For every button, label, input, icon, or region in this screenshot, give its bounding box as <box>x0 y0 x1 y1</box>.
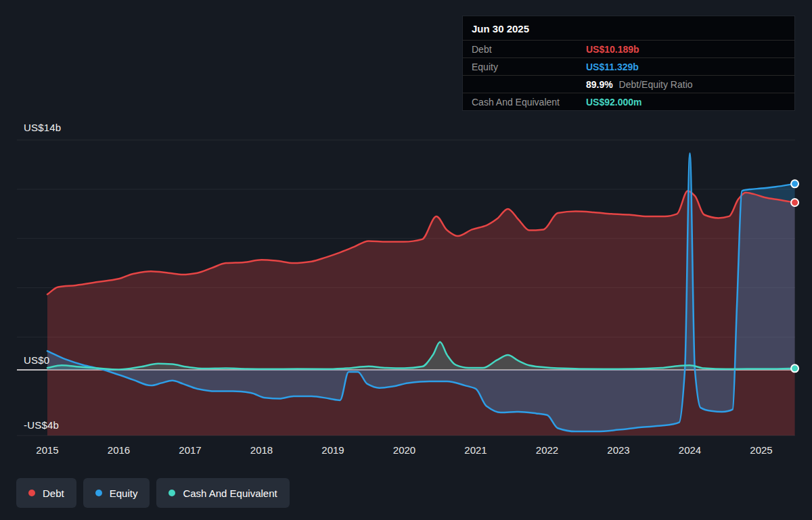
tooltip-value-ratio: 89.9% Debt/Equity Ratio <box>586 79 693 90</box>
x-axis: 2015201620172018201920202021202220232024… <box>0 444 812 459</box>
tooltip-label-cash: Cash And Equivalent <box>472 97 586 108</box>
endpoint-cash-and-equivalent[interactable] <box>791 364 798 372</box>
x-axis-label: 2025 <box>733 444 790 456</box>
tooltip-row-cash: Cash And Equivalent US$92.000m <box>463 93 794 110</box>
tooltip-value-cash: US$92.000m <box>586 97 642 108</box>
endpoint-equity[interactable] <box>791 180 798 187</box>
legend-label-equity: Equity <box>110 488 138 499</box>
debt-dot-icon <box>28 490 35 496</box>
legend-label-debt: Debt <box>43 488 64 499</box>
x-axis-label: 2019 <box>304 444 361 456</box>
y-axis-label-bottom: -US$4b <box>24 419 59 431</box>
x-axis-label: 2023 <box>590 444 647 456</box>
x-axis-label: 2016 <box>91 444 148 456</box>
legend-item-cash[interactable]: Cash And Equivalent <box>156 478 289 508</box>
chart-tooltip: Jun 30 2025 Debt US$10.189b Equity US$11… <box>462 16 795 111</box>
x-axis-label: 2015 <box>19 444 76 456</box>
x-axis-label: 2018 <box>233 444 290 456</box>
ratio-percent: 89.9% <box>586 79 613 90</box>
legend-label-cash: Cash And Equivalent <box>183 488 277 499</box>
debt-equity-history-chart: US$14b US$0 -US$4b 201520162017201820192… <box>0 0 812 520</box>
x-axis-label: 2024 <box>662 444 719 456</box>
tooltip-row-ratio: 89.9% Debt/Equity Ratio <box>463 75 794 93</box>
y-axis-label-zero: US$0 <box>24 354 49 366</box>
tooltip-label-equity: Equity <box>472 62 586 72</box>
y-axis-label-top: US$14b <box>24 122 61 133</box>
cash-dot-icon <box>168 490 175 496</box>
equity-dot-icon <box>95 490 102 496</box>
legend-item-equity[interactable]: Equity <box>83 478 150 508</box>
x-axis-label: 2021 <box>447 444 504 456</box>
x-axis-label: 2017 <box>162 444 219 456</box>
tooltip-value-debt: US$10.189b <box>586 44 639 55</box>
tooltip-date: Jun 30 2025 <box>463 16 794 40</box>
chart-legend: Debt Equity Cash And Equivalent <box>16 478 290 508</box>
x-axis-label: 2022 <box>519 444 576 456</box>
ratio-label: Debt/Equity Ratio <box>619 79 693 90</box>
tooltip-label-debt: Debt <box>472 44 586 55</box>
tooltip-row-debt: Debt US$10.189b <box>463 40 794 57</box>
x-axis-label: 2020 <box>376 444 433 456</box>
legend-item-debt[interactable]: Debt <box>16 478 76 508</box>
tooltip-value-equity: US$11.329b <box>586 62 639 72</box>
endpoint-debt[interactable] <box>791 199 798 206</box>
tooltip-row-equity: Equity US$11.329b <box>463 57 794 75</box>
